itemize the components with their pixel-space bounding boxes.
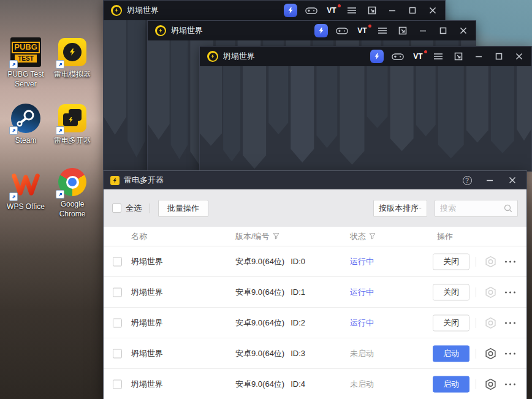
- restore-window-icon[interactable]: [452, 50, 465, 63]
- row-checkbox[interactable]: [113, 318, 122, 327]
- header-version[interactable]: 版本/编号: [235, 231, 270, 242]
- menu-icon[interactable]: [346, 4, 358, 17]
- instance-row: 坍塌世界 安卓9.0(64位)ID:0 运行中 关闭: [104, 246, 526, 277]
- select-all-checkbox[interactable]: [112, 203, 121, 213]
- instance-status: 运行中: [350, 317, 374, 329]
- desktop-icon-label: Google Chrome: [48, 200, 97, 219]
- desktop: PUBG TEST PUBG Test Server 雷电模拟器 Steam: [0, 0, 532, 399]
- more-options-icon[interactable]: [505, 260, 515, 262]
- desktop-icon-steam[interactable]: Steam: [1, 103, 50, 146]
- instance-id: ID:1: [291, 287, 305, 297]
- instance-name: 坍塌世界: [131, 287, 163, 298]
- menu-icon[interactable]: [432, 50, 444, 63]
- boost-icon[interactable]: [284, 4, 297, 17]
- close-icon[interactable]: [427, 4, 439, 17]
- restore-window-icon[interactable]: [397, 25, 409, 37]
- instance-row: 坍塌世界 安卓9.0(64位)ID:1 运行中 关闭: [104, 277, 526, 308]
- minimize-icon[interactable]: [473, 50, 485, 63]
- emulator-window-title: 坍塌世界: [127, 5, 159, 16]
- sort-dropdown[interactable]: 按版本排序: [373, 200, 427, 217]
- maximize-icon[interactable]: [493, 50, 505, 63]
- header-name[interactable]: 名称: [131, 231, 147, 242]
- header-status[interactable]: 状态: [350, 231, 366, 242]
- emulator-content: [200, 66, 531, 171]
- minimize-icon[interactable]: [417, 25, 429, 37]
- emulator-titlebar[interactable]: 坍塌世界 VT: [200, 47, 531, 66]
- close-icon[interactable]: [507, 175, 518, 186]
- row-checkbox[interactable]: [113, 379, 122, 389]
- maximize-icon[interactable]: [406, 4, 419, 17]
- desktop-icon-wps-office[interactable]: WPS Office: [1, 169, 50, 212]
- vt-icon[interactable]: VT: [325, 4, 338, 17]
- settings-gear-icon[interactable]: [485, 348, 496, 359]
- close-instance-button[interactable]: 关闭: [433, 253, 469, 270]
- ldplayer-logo-icon: [111, 5, 122, 16]
- more-options-icon[interactable]: [505, 291, 515, 293]
- ldplayer-logo-icon: [155, 25, 166, 36]
- start-instance-button[interactable]: 启动: [433, 376, 469, 392]
- multi-opener-app-icon: [110, 176, 120, 185]
- start-instance-button[interactable]: 启动: [433, 345, 469, 362]
- desktop-icon-pubg-test-server[interactable]: PUBG TEST PUBG Test Server: [1, 37, 50, 89]
- gamepad-icon[interactable]: [305, 4, 317, 17]
- settings-gear-icon[interactable]: [485, 378, 496, 390]
- close-instance-button[interactable]: 关闭: [433, 314, 469, 331]
- filter-icon[interactable]: [273, 233, 279, 240]
- restore-window-icon[interactable]: [366, 4, 378, 17]
- select-all-label[interactable]: 全选: [126, 203, 142, 214]
- wps-icon: [10, 169, 41, 200]
- desktop-icon-label: 雷电多开器: [48, 136, 97, 146]
- instance-name: 坍塌世界: [131, 317, 163, 329]
- row-checkbox[interactable]: [113, 287, 122, 297]
- table-header: 名称 版本/编号 状态 操作: [104, 227, 526, 246]
- menu-icon[interactable]: [376, 25, 389, 37]
- more-options-icon[interactable]: [505, 322, 515, 324]
- desktop-icon-ldplayer[interactable]: 雷电模拟器: [48, 37, 97, 80]
- pubg-test-icon: PUBG TEST: [10, 37, 41, 67]
- desktop-icon-google-chrome[interactable]: Google Chrome: [48, 167, 97, 219]
- shortcut-arrow-icon: [56, 60, 64, 69]
- boost-icon[interactable]: [314, 24, 328, 37]
- vt-icon[interactable]: VT: [356, 25, 368, 37]
- row-checkbox[interactable]: [113, 257, 122, 266]
- settings-gear-icon[interactable]: [485, 256, 496, 267]
- help-icon[interactable]: ?: [462, 175, 473, 186]
- manager-toolbar: 全选 批量操作 按版本排序: [104, 189, 526, 227]
- more-options-icon[interactable]: [505, 352, 515, 354]
- desktop-icon-multi-opener[interactable]: 雷电多开器: [48, 103, 97, 146]
- desktop-icon-label: WPS Office: [1, 202, 50, 212]
- gamepad-icon[interactable]: [336, 25, 348, 37]
- emulator-titlebar[interactable]: 坍塌世界 VT: [148, 21, 476, 40]
- instance-row: 坍塌世界 安卓9.0(64位)ID:4 未启动 启动: [104, 369, 526, 399]
- desktop-icon-label: PUBG Test Server: [1, 70, 50, 89]
- maximize-icon[interactable]: [437, 25, 449, 37]
- search-input[interactable]: [435, 203, 504, 213]
- gamepad-icon[interactable]: [392, 50, 404, 63]
- instance-id: ID:3: [291, 349, 305, 358]
- close-icon[interactable]: [457, 25, 469, 37]
- minimize-icon[interactable]: [386, 4, 398, 17]
- shortcut-arrow-icon: [56, 126, 64, 135]
- desktop-icon-label: Steam: [1, 136, 50, 146]
- instance-name: 坍塌世界: [131, 256, 163, 267]
- row-divider: [476, 287, 476, 297]
- emulator-controls: VT: [314, 24, 469, 37]
- more-options-icon[interactable]: [505, 383, 515, 385]
- instance-status: 运行中: [350, 287, 374, 298]
- close-icon[interactable]: [513, 50, 525, 63]
- search-box[interactable]: [435, 200, 518, 217]
- instance-row: 坍塌世界 安卓9.0(64位)ID:3 未启动 启动: [104, 338, 526, 369]
- filter-icon[interactable]: [369, 233, 376, 240]
- boost-icon[interactable]: [370, 50, 384, 63]
- settings-gear-icon[interactable]: [485, 286, 496, 298]
- row-divider: [476, 379, 476, 389]
- row-checkbox[interactable]: [113, 349, 122, 358]
- close-instance-button[interactable]: 关闭: [433, 284, 469, 300]
- batch-operations-button[interactable]: 批量操作: [158, 200, 208, 217]
- emulator-window-3: 坍塌世界 VT: [199, 46, 532, 172]
- vt-icon[interactable]: VT: [412, 50, 424, 63]
- minimize-icon[interactable]: [484, 175, 495, 186]
- settings-gear-icon[interactable]: [485, 317, 496, 329]
- emulator-controls: VT: [284, 4, 439, 17]
- emulator-titlebar[interactable]: 坍塌世界 VT: [104, 1, 445, 20]
